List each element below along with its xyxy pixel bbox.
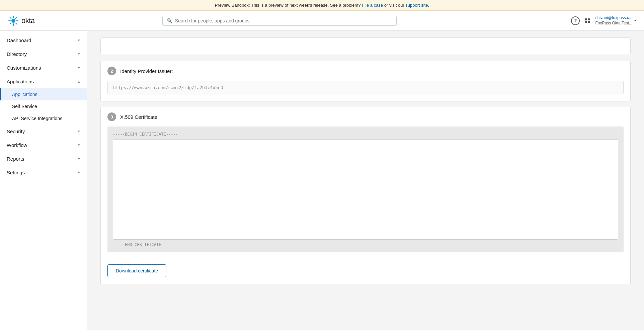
sidebar-item-label: Settings xyxy=(7,170,25,175)
chevron-icon: ▾ xyxy=(78,143,80,147)
sidebar-item-label: Security xyxy=(7,129,25,134)
search-wrapper: 🔍 xyxy=(162,16,397,26)
step3-header: 3 X.509 Certificate: xyxy=(101,107,630,127)
sidebar-item-label: Directory xyxy=(7,51,27,57)
sidebar-item-dashboard[interactable]: Dashboard ▾ xyxy=(0,33,87,47)
svg-line-8 xyxy=(10,23,11,24)
sidebar-item-security[interactable]: Security ▾ xyxy=(0,125,87,138)
issuer-field: https://www.okta.com/saml2/idp/1a2b3c4d5… xyxy=(107,81,624,94)
user-org: FoxPass Okta Test... xyxy=(595,21,632,26)
chevron-icon: ▾ xyxy=(78,66,80,70)
cert-textarea-wrapper xyxy=(113,139,618,240)
chevron-icon: ▾ xyxy=(78,157,80,161)
sidebar-item-label: Reports xyxy=(7,156,24,162)
app-layout: Dashboard ▾ Directory ▾ Customizations ▾… xyxy=(0,31,644,330)
sidebar-item-directory[interactable]: Directory ▾ xyxy=(0,47,87,61)
sidebar-item-applications[interactable]: Applications ▴ xyxy=(0,75,87,88)
user-menu-chevron: ▾ xyxy=(634,19,636,22)
step2-badge: 2 xyxy=(107,67,116,75)
sidebar-item-label: Dashboard xyxy=(7,37,31,43)
step2-section: 2 Identity Provider Issuer: https://www.… xyxy=(100,61,631,101)
support-site-link[interactable]: support site xyxy=(405,3,428,8)
sidebar-item-reports[interactable]: Reports ▾ xyxy=(0,152,87,166)
sidebar-sub-label: Applications xyxy=(12,92,37,97)
chevron-icon: ▾ xyxy=(78,52,80,56)
sidebar-sub-api-service[interactable]: API Service Integrations xyxy=(0,112,87,125)
step2-header: 2 Identity Provider Issuer: xyxy=(101,61,630,81)
svg-point-0 xyxy=(11,19,15,23)
preview-banner: Preview Sandbox: This is a preview of ne… xyxy=(0,0,644,11)
download-certificate-button[interactable]: Download certificate xyxy=(107,264,166,277)
file-case-link[interactable]: File a case xyxy=(362,3,383,8)
search-input[interactable] xyxy=(175,18,392,23)
step3-label: X.509 Certificate: xyxy=(120,114,159,120)
sidebar-sub-applications[interactable]: Applications xyxy=(0,88,87,100)
app-header: okta 🔍 ? shivani@foxpass.c... FoxPass Ok… xyxy=(0,11,644,31)
logo-area: okta xyxy=(8,15,75,26)
cert-end: -----END CERTIFICATE----- xyxy=(113,242,618,247)
logo-text: okta xyxy=(21,16,35,25)
svg-line-5 xyxy=(10,17,11,18)
sidebar-item-label: Workflow xyxy=(7,142,27,148)
sidebar-item-workflow[interactable]: Workflow ▾ xyxy=(0,138,87,152)
chevron-icon: ▾ xyxy=(78,170,80,175)
grid-dot-4 xyxy=(588,21,590,23)
help-button[interactable]: ? xyxy=(571,16,580,25)
step3-badge: 3 xyxy=(107,112,116,121)
user-info: shivani@foxpass.c... FoxPass Okta Test..… xyxy=(595,15,632,26)
chevron-icon: ▾ xyxy=(78,38,80,43)
sidebar: Dashboard ▾ Directory ▾ Customizations ▾… xyxy=(0,31,87,330)
header-actions: ? shivani@foxpass.c... FoxPass Okta Test… xyxy=(571,15,636,26)
step3-section: 3 X.509 Certificate: -----BEGIN CERTIFIC… xyxy=(100,107,631,284)
sidebar-sub-label: API Service Integrations xyxy=(12,116,62,121)
svg-line-7 xyxy=(16,17,17,18)
grid-dot-3 xyxy=(585,21,587,23)
okta-logo-icon xyxy=(8,15,19,26)
sidebar-item-label: Customizations xyxy=(7,65,41,71)
top-section-block xyxy=(100,37,631,54)
user-email: shivani@foxpass.c... xyxy=(595,15,632,21)
svg-line-6 xyxy=(16,23,17,24)
grid-dot-1 xyxy=(585,18,587,20)
issuer-value: https://www.okta.com/saml2/idp/1a2b3c4d5… xyxy=(113,85,223,90)
cert-outer: -----BEGIN CERTIFICATE----- -----END CER… xyxy=(107,127,624,252)
chevron-icon: ▾ xyxy=(78,129,80,134)
user-menu[interactable]: shivani@foxpass.c... FoxPass Okta Test..… xyxy=(595,15,636,26)
sidebar-item-label: Applications xyxy=(7,79,34,84)
grid-dot-2 xyxy=(588,18,590,20)
sidebar-item-settings[interactable]: Settings ▾ xyxy=(0,166,87,179)
step2-label: Identity Provider Issuer: xyxy=(120,68,173,74)
search-icon: 🔍 xyxy=(167,18,172,23)
chevron-icon: ▴ xyxy=(78,79,80,84)
cert-begin: -----BEGIN CERTIFICATE----- xyxy=(113,132,618,137)
sidebar-sub-self-service[interactable]: Self Service xyxy=(0,100,87,112)
sidebar-sub-label: Self Service xyxy=(12,104,37,109)
sidebar-item-customizations[interactable]: Customizations ▾ xyxy=(0,61,87,75)
main-content: 2 Identity Provider Issuer: https://www.… xyxy=(87,31,644,330)
search-bar: 🔍 xyxy=(162,16,397,26)
apps-grid-icon[interactable] xyxy=(585,18,590,23)
